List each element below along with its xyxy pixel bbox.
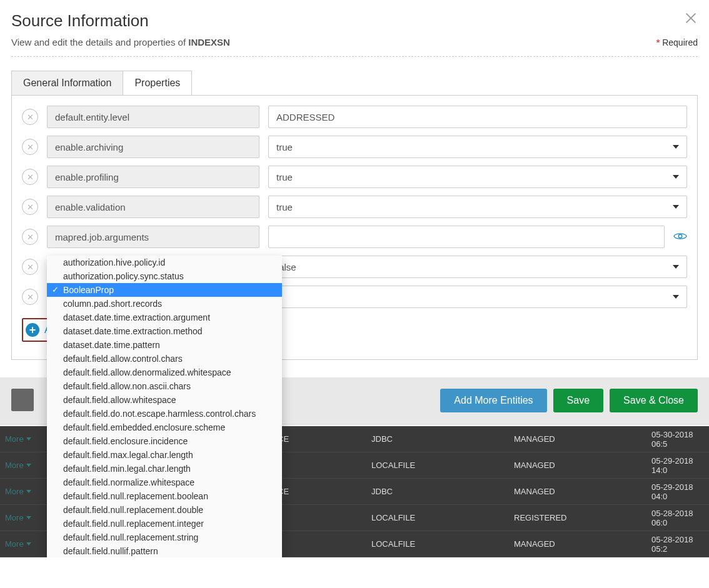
chevron-down-icon bbox=[673, 295, 679, 299]
footer-left-button[interactable] bbox=[11, 389, 34, 411]
dropdown-option[interactable]: BooleanProp bbox=[47, 283, 282, 297]
more-dropdown[interactable]: More bbox=[5, 461, 40, 470]
chevron-down-icon bbox=[26, 516, 31, 519]
property-key-input[interactable]: enable.archiving bbox=[47, 136, 259, 158]
property-key-input[interactable]: default.entity.level bbox=[47, 106, 259, 128]
dropdown-option[interactable]: default.field.max.legal.char.length bbox=[47, 448, 282, 462]
required-note: * Required bbox=[656, 37, 698, 47]
dropdown-option[interactable]: default.field.normalize.whitespace bbox=[47, 476, 282, 489]
delete-property-icon[interactable]: ✕ bbox=[22, 259, 38, 275]
property-row: ✕ enable.profiling true bbox=[22, 166, 687, 188]
cell: LOCALFILE bbox=[371, 513, 514, 522]
property-value-input[interactable]: ADDRESSED bbox=[268, 106, 687, 128]
dropdown-option[interactable]: authorization.hive.policy.id bbox=[47, 256, 282, 269]
cell: 05-28-2018 06:0 bbox=[651, 509, 704, 527]
property-value-select[interactable] bbox=[268, 286, 687, 308]
close-icon[interactable] bbox=[684, 11, 698, 27]
property-row: ✕ mapred.job.arguments bbox=[22, 226, 687, 248]
more-dropdown[interactable]: More bbox=[5, 513, 40, 522]
properties-panel: ✕ default.entity.level ADDRESSED ✕ enabl… bbox=[11, 95, 698, 360]
cell: MANAGED bbox=[514, 434, 651, 444]
chevron-down-icon bbox=[26, 437, 31, 441]
dropdown-option[interactable]: authorization.policy.sync.status bbox=[47, 269, 282, 283]
delete-property-icon[interactable]: ✕ bbox=[22, 199, 38, 215]
dropdown-option[interactable]: default.field.allow.non.ascii.chars bbox=[47, 379, 282, 393]
property-value-select[interactable]: true bbox=[268, 166, 687, 188]
property-value-input[interactable] bbox=[268, 226, 665, 248]
save-close-button[interactable]: Save & Close bbox=[610, 389, 698, 412]
property-row: ✕ default.entity.level ADDRESSED bbox=[22, 106, 687, 128]
tab-properties[interactable]: Properties bbox=[123, 71, 192, 96]
delete-property-icon[interactable]: ✕ bbox=[22, 229, 38, 245]
cell: REGISTERED bbox=[514, 513, 651, 522]
chevron-down-icon bbox=[673, 205, 679, 209]
cell: 05-29-2018 04:0 bbox=[651, 482, 704, 501]
chevron-down-icon bbox=[673, 265, 679, 269]
dropdown-option[interactable]: dataset.date.time.extraction.method bbox=[47, 324, 282, 338]
property-value-select[interactable]: true bbox=[268, 136, 687, 158]
delete-property-icon[interactable]: ✕ bbox=[22, 139, 38, 155]
dropdown-option[interactable]: default.field.null.replacement.integer bbox=[47, 517, 282, 531]
more-dropdown[interactable]: More bbox=[5, 487, 40, 496]
save-button[interactable]: Save bbox=[553, 389, 603, 412]
property-key-input[interactable]: mapred.job.arguments bbox=[47, 226, 259, 248]
cell: MANAGED bbox=[514, 461, 651, 470]
delete-property-icon[interactable]: ✕ bbox=[22, 289, 38, 305]
dropdown-option[interactable]: default.field.do.not.escape.harmless.con… bbox=[47, 407, 282, 421]
cell: JDBC bbox=[371, 487, 514, 496]
cell: JDBC bbox=[371, 434, 514, 444]
cell: 05-30-2018 06:5 bbox=[651, 430, 704, 449]
delete-property-icon[interactable]: ✕ bbox=[22, 109, 38, 125]
cell: MANAGED bbox=[514, 487, 651, 496]
chevron-down-icon bbox=[26, 490, 31, 493]
tabs: General Information Properties bbox=[11, 71, 698, 96]
dropdown-option[interactable]: default.field.allow.control.chars bbox=[47, 352, 282, 366]
dropdown-option[interactable]: default.field.embedded.enclosure.scheme bbox=[47, 421, 282, 434]
cell: 05-29-2018 14:0 bbox=[651, 456, 704, 475]
dropdown-option[interactable]: column.pad.short.records bbox=[47, 297, 282, 311]
property-row: ✕ enable.validation true bbox=[22, 196, 687, 218]
dropdown-option[interactable]: default.field.nullif.pattern bbox=[47, 544, 282, 557]
svg-point-2 bbox=[678, 234, 682, 238]
delete-property-icon[interactable]: ✕ bbox=[22, 169, 38, 185]
dropdown-option[interactable]: dataset.date.time.extraction.argument bbox=[47, 311, 282, 324]
tab-general-information[interactable]: General Information bbox=[11, 71, 123, 96]
cell: CE bbox=[278, 487, 371, 496]
cell: LOCALFILE bbox=[371, 539, 514, 549]
property-value-select[interactable]: true bbox=[268, 196, 687, 218]
dropdown-option[interactable]: default.field.enclosure.incidence bbox=[47, 434, 282, 448]
dropdown-option[interactable]: default.field.null.replacement.string bbox=[47, 531, 282, 544]
cell: LOCALFILE bbox=[371, 461, 514, 470]
more-dropdown[interactable]: More bbox=[5, 539, 40, 549]
cell: CE bbox=[278, 434, 371, 444]
chevron-down-icon bbox=[26, 464, 31, 467]
add-more-entities-button[interactable]: Add More Entities bbox=[440, 389, 546, 412]
dropdown-option[interactable]: default.field.min.legal.char.length bbox=[47, 462, 282, 476]
dropdown-option[interactable]: default.field.allow.whitespace bbox=[47, 393, 282, 407]
chevron-down-icon bbox=[673, 175, 679, 179]
property-value-select[interactable]: false bbox=[268, 256, 687, 278]
dropdown-option[interactable]: dataset.date.time.pattern bbox=[47, 338, 282, 352]
property-key-input[interactable]: enable.profiling bbox=[47, 166, 259, 188]
cell: MANAGED bbox=[514, 539, 651, 549]
cell: 05-28-2018 05:2 bbox=[651, 535, 704, 554]
dropdown-option[interactable]: default.field.allow.denormalized.whitesp… bbox=[47, 366, 282, 379]
property-key-input[interactable]: enable.validation bbox=[47, 196, 259, 218]
dropdown-option[interactable]: default.field.null.replacement.double bbox=[47, 503, 282, 517]
property-key-dropdown[interactable]: authorization.hive.policy.idauthorizatio… bbox=[47, 256, 282, 557]
chevron-down-icon bbox=[26, 542, 31, 546]
plus-icon: + bbox=[26, 323, 39, 337]
property-row: ✕ enable.archiving true bbox=[22, 136, 687, 158]
dropdown-option[interactable]: default.field.null.replacement.boolean bbox=[47, 489, 282, 503]
page-subtitle: View and edit the details and properties… bbox=[11, 37, 698, 47]
page-title: Source Information bbox=[11, 11, 698, 31]
more-dropdown[interactable]: More bbox=[5, 434, 40, 444]
eye-icon[interactable] bbox=[673, 231, 687, 244]
chevron-down-icon bbox=[673, 145, 679, 149]
